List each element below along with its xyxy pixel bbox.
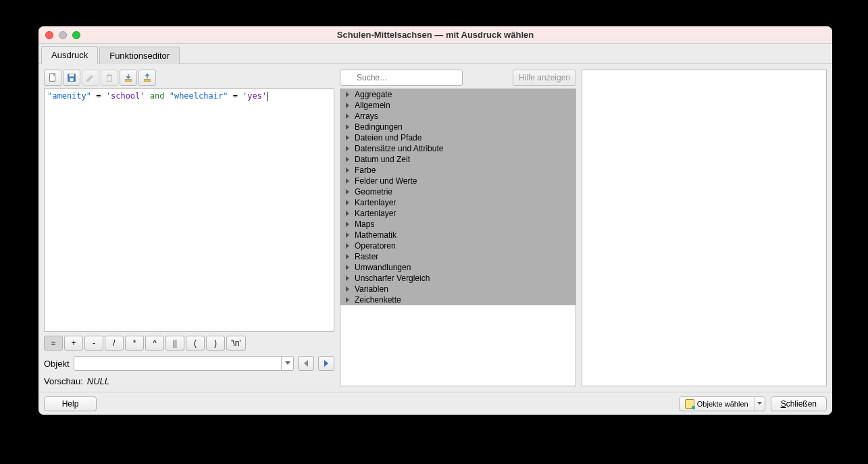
download-icon [124,73,133,82]
minimize-window-button[interactable] [59,31,67,39]
tree-category[interactable]: Farbe [340,165,576,176]
expression-editor[interactable]: "amenity" = 'school' and "wheelchair" = … [44,88,334,332]
content-area: "amenity" = 'school' and "wheelchair" = … [39,64,832,392]
tree-category-label: Felder und Werte [355,176,417,186]
tree-category[interactable]: Zeichenkette [340,294,576,305]
tree-category[interactable]: Variablen [340,284,576,294]
tab-function-editor[interactable]: Funktionseditor [99,47,180,64]
tree-category-label: Variablen [355,284,388,294]
tree-category-label: Mathematik [355,230,397,240]
tree-category[interactable]: Raster [340,251,576,262]
tree-category[interactable]: Operatoren [340,240,576,251]
function-tree[interactable]: AggregateAllgemeinArraysBedingungenDatei… [340,88,576,386]
tree-category-label: Raster [355,252,378,261]
op-concat-button[interactable]: || [165,336,184,351]
expand-arrow-icon [346,243,349,249]
op-rparen-button[interactable]: ) [206,336,225,351]
tree-category[interactable]: Geometrie [340,186,576,197]
svg-rect-6 [145,80,151,82]
close-mnemonic: S [781,399,786,409]
expand-arrow-icon [346,167,349,173]
tree-category[interactable]: Dateien und Pfade [340,132,576,143]
tree-category[interactable]: Maps [340,219,576,230]
expression-toolbar [44,70,334,86]
traffic-lights [45,31,80,39]
export-button[interactable] [138,70,156,86]
delete-button[interactable] [101,70,118,86]
zoom-window-button[interactable] [72,31,80,39]
tree-category[interactable]: Unscharfer Vergleich [340,273,576,284]
tree-category[interactable]: Allgemein [340,100,576,111]
tree-category[interactable]: Datum und Zeit [340,154,576,165]
new-file-button[interactable] [44,70,61,86]
tree-category-label: Zeichenkette [355,295,401,305]
upload-icon [143,73,152,82]
expand-arrow-icon [346,222,349,227]
token-operator: = [233,91,238,101]
import-button[interactable] [120,70,137,86]
expand-arrow-icon [346,146,349,151]
tree-category[interactable]: Aggregate [340,89,576,100]
tree-category-label: Farbe [355,165,376,175]
tree-category[interactable]: Arrays [340,111,576,122]
next-feature-button[interactable] [318,356,334,371]
select-features-icon [685,399,694,409]
save-icon [67,73,76,82]
expression-panel: "amenity" = 'school' and "wheelchair" = … [44,70,334,386]
chevron-down-icon [757,402,762,405]
close-window-button[interactable] [45,31,53,39]
select-features-dropdown[interactable] [754,397,765,411]
preview-value: NULL [87,376,109,386]
select-features-main: Objekte wählen [680,399,754,409]
tab-bar: Ausdruck Funktionseditor [39,44,832,64]
op-lparen-button[interactable]: ( [186,336,205,351]
help-button[interactable]: Help [44,396,97,411]
triangle-right-icon [324,360,329,367]
help-panel [582,70,827,386]
edit-button[interactable] [82,70,99,86]
preview-label: Vorschau: [44,376,83,386]
feature-label: Objekt [44,359,70,369]
tree-category-label: Datum und Zeit [355,155,410,164]
tree-category-label: Operatoren [355,241,396,251]
preview-row: Vorschau: NULL [44,376,334,386]
tree-category[interactable]: Kartenlayer [340,197,576,208]
tree-category[interactable]: Umwandlungen [340,262,576,273]
tree-category[interactable]: Mathematik [340,230,576,240]
expand-arrow-icon [346,113,349,119]
search-row: Hilfe anzeigen [340,70,576,86]
token-string: 'school' [106,91,145,101]
tree-category[interactable]: Bedingungen [340,122,576,132]
window-title: Schulen-Mittelsachsen — mit Ausdruck wäh… [39,30,832,40]
save-button[interactable] [63,70,80,86]
op-plus-button[interactable]: + [64,336,83,351]
tree-category-label: Kartenlayer [355,198,396,207]
tab-expression[interactable]: Ausdruck [41,46,98,64]
op-power-button[interactable]: ^ [145,336,164,351]
tree-category[interactable]: Felder und Werte [340,176,576,186]
bottom-bar: Help Objekte wählen Schließen [39,392,832,415]
search-input[interactable] [340,70,463,86]
token-keyword: and [150,91,165,101]
expand-arrow-icon [346,200,349,205]
op-newline-button[interactable]: '\n' [226,336,246,351]
close-label-rest: chließen [786,399,817,409]
close-button[interactable]: Schließen [771,396,827,411]
expand-arrow-icon [346,232,349,238]
tree-category[interactable]: Kartenlayer [340,208,576,219]
feature-combo[interactable] [74,356,294,371]
expand-arrow-icon [346,103,349,108]
dialog-window: Schulen-Mittelsachsen — mit Ausdruck wäh… [39,26,832,415]
tree-category-label: Umwandlungen [355,263,411,272]
op-equals-button[interactable]: = [44,336,63,351]
op-minus-button[interactable]: - [84,336,103,351]
tree-category[interactable]: Datensätze und Attribute [340,143,576,154]
select-features-button[interactable]: Objekte wählen [679,396,765,411]
expand-arrow-icon [346,157,349,162]
tree-category-label: Allgemein [355,101,390,110]
svg-rect-3 [70,78,73,81]
prev-feature-button[interactable] [298,356,314,371]
op-divide-button[interactable]: / [105,336,124,351]
op-multiply-button[interactable]: * [125,336,144,351]
show-help-button[interactable]: Hilfe anzeigen [513,70,576,86]
